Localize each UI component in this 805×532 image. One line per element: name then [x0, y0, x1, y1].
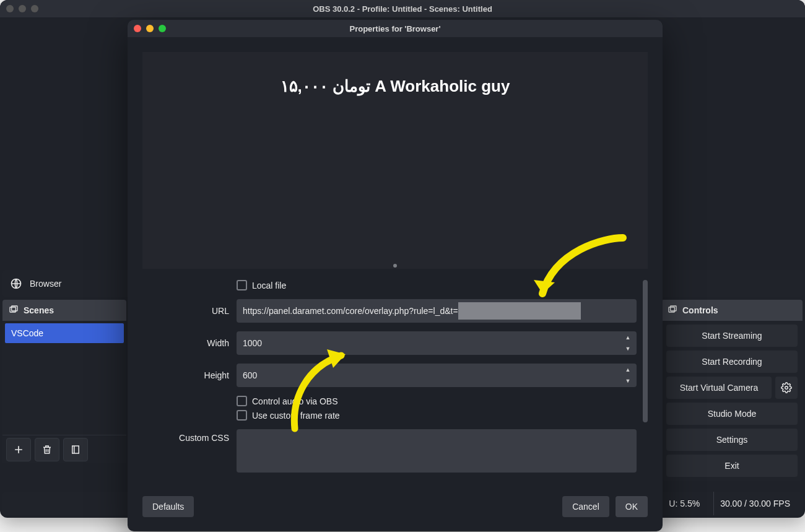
height-label: Height	[142, 370, 229, 380]
svg-rect-5	[671, 306, 676, 311]
controls-panel: Controls Start Streaming Start Recording…	[661, 300, 803, 481]
cpu-status: U: 5.5%	[663, 492, 706, 515]
exit-button[interactable]: Exit	[666, 455, 798, 477]
properties-form: Local file URL https://panel.daramet.com…	[142, 280, 648, 487]
height-increment-button[interactable]: ▲	[622, 365, 634, 375]
svg-point-6	[785, 386, 788, 390]
preview-area: ۱۵,۰۰۰ تومان A Workaholic guy	[142, 52, 648, 269]
scene-item-label: VSCode	[11, 328, 43, 338]
studio-mode-button[interactable]: Studio Mode	[666, 403, 798, 425]
start-recording-button[interactable]: Start Recording	[666, 351, 798, 373]
preview-text: ۱۵,۰۰۰ تومان A Workaholic guy	[281, 77, 510, 96]
dialog-minimize-icon[interactable]	[146, 25, 154, 32]
url-redacted	[458, 302, 581, 320]
dialog-titlebar: Properties for 'Browser'	[128, 20, 663, 37]
fps-status: 30.00 / 30.00 FPS	[713, 492, 796, 515]
dialog-zoom-icon[interactable]	[159, 25, 166, 32]
main-title: OBS 30.0.2 - Profile: Untitled - Scenes:…	[313, 4, 492, 14]
defaults-button[interactable]: Defaults	[142, 496, 194, 517]
width-decrement-button[interactable]: ▼	[622, 344, 634, 354]
cancel-button[interactable]: Cancel	[562, 496, 609, 517]
scene-item[interactable]: VSCode	[5, 323, 124, 343]
add-scene-button[interactable]	[6, 438, 31, 461]
custom-css-label: Custom CSS	[142, 429, 229, 443]
ok-button[interactable]: OK	[616, 496, 648, 517]
preview-handle-icon[interactable]	[393, 264, 397, 268]
zoom-dot-icon[interactable]	[31, 5, 38, 12]
url-label: URL	[142, 306, 229, 316]
main-titlebar: OBS 30.0.2 - Profile: Untitled - Scenes:…	[0, 0, 805, 17]
local-file-label: Local file	[252, 281, 286, 290]
scene-filter-button[interactable]	[63, 438, 88, 461]
svg-rect-1	[10, 307, 15, 312]
url-value: https://panel.daramet.com/core/overlay.p…	[243, 306, 458, 316]
scenes-list: VSCode	[2, 321, 126, 435]
remove-scene-button[interactable]	[35, 438, 59, 461]
height-value: 600	[243, 370, 257, 380]
height-decrement-button[interactable]: ▼	[622, 376, 634, 386]
custom-framerate-checkbox[interactable]	[237, 410, 247, 421]
width-increment-button[interactable]: ▲	[622, 333, 634, 342]
start-virtual-camera-button[interactable]: Start Virtual Camera	[666, 377, 772, 399]
svg-rect-4	[669, 307, 674, 312]
globe-icon	[10, 277, 22, 290]
control-audio-label: Control audio via OBS	[252, 396, 338, 406]
scenes-panel: Scenes VSCode	[2, 300, 126, 463]
scenes-header: Scenes	[2, 300, 126, 321]
source-label: Browser	[30, 279, 61, 289]
minimize-dot-icon[interactable]	[19, 5, 26, 12]
scenes-header-label: Scenes	[24, 305, 54, 315]
custom-framerate-label: Use custom frame rate	[252, 411, 340, 421]
gear-icon	[781, 382, 792, 393]
start-streaming-button[interactable]: Start Streaming	[666, 325, 798, 347]
dialog-traffic-lights	[134, 25, 166, 32]
svg-rect-2	[12, 306, 17, 311]
height-input[interactable]: 600 ▲ ▼	[237, 364, 637, 387]
controls-header-icon	[668, 305, 677, 316]
virtual-camera-settings-button[interactable]	[775, 377, 798, 399]
dialog-title: Properties for 'Browser'	[349, 24, 440, 33]
main-traffic-lights	[6, 5, 38, 12]
dialog-close-icon[interactable]	[134, 25, 141, 32]
controls-header: Controls	[661, 300, 803, 321]
width-label: Width	[142, 338, 229, 348]
scenes-header-icon	[9, 305, 19, 316]
scenes-toolbar	[2, 435, 126, 463]
width-value: 1000	[243, 338, 262, 348]
control-audio-checkbox[interactable]	[237, 396, 247, 406]
settings-button[interactable]: Settings	[666, 429, 798, 451]
width-input[interactable]: 1000 ▲ ▼	[237, 331, 637, 355]
local-file-checkbox[interactable]	[237, 280, 247, 290]
form-scrollbar[interactable]	[643, 280, 648, 422]
controls-body: Start Streaming Start Recording Start Vi…	[661, 321, 803, 481]
svg-rect-3	[72, 446, 79, 453]
close-dot-icon[interactable]	[6, 5, 14, 12]
url-input[interactable]: https://panel.daramet.com/core/overlay.p…	[237, 299, 637, 323]
controls-header-label: Controls	[682, 305, 718, 315]
properties-dialog: Properties for 'Browser' ۱۵,۰۰۰ تومان A …	[128, 20, 663, 531]
custom-css-input[interactable]	[237, 429, 637, 473]
dialog-footer: Defaults Cancel OK	[142, 494, 648, 519]
